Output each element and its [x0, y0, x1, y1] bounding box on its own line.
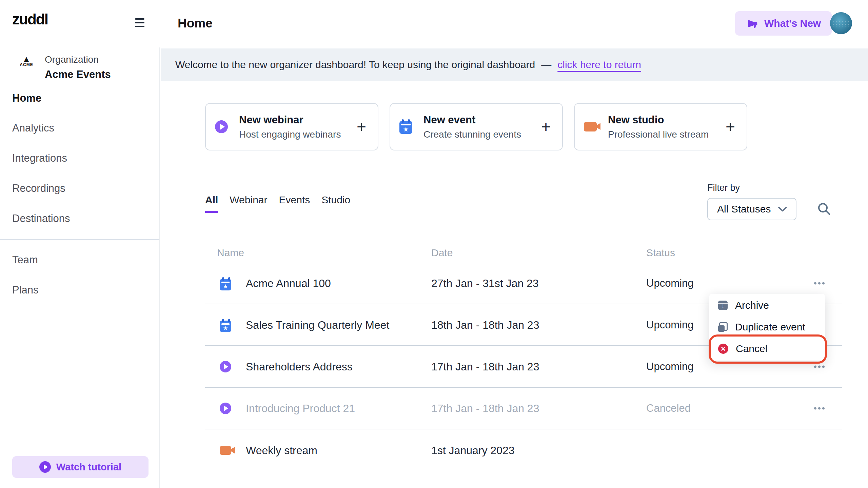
cancel-circle-icon: ✕	[718, 344, 728, 354]
organization-name: Acme Events	[45, 68, 111, 81]
row-actions-ellipsis-icon[interactable]	[814, 365, 825, 368]
status-filter-value: All Statuses	[717, 203, 771, 215]
row-actions-ellipsis-icon[interactable]	[814, 282, 825, 284]
user-avatar[interactable]	[830, 12, 852, 34]
column-header-name: Name	[217, 247, 244, 259]
zuddl-logo: zuddl	[12, 11, 48, 28]
watch-tutorial-button[interactable]: Watch tutorial	[12, 456, 149, 478]
status-filter-dropdown[interactable]: All Statuses	[707, 198, 796, 220]
video-camera-icon	[584, 122, 597, 131]
row-actions-context-menu: Archive Duplicate event ✕ Cancel	[709, 294, 825, 361]
event-type-tabs: All Webinar Events Studio	[205, 194, 350, 213]
welcome-banner: Welcome to the new organizer dashboard! …	[161, 48, 868, 81]
table-row[interactable]: Introducing Product 21 17th Jan - 18th J…	[205, 388, 842, 429]
sidebar-divider	[0, 239, 159, 240]
hamburger-menu-icon[interactable]	[135, 18, 145, 28]
event-name: Introducing Product 21	[246, 402, 355, 414]
card-subtitle: Host engaging webinars	[239, 129, 341, 140]
card-title: New webinar	[239, 114, 341, 126]
sidebar-item-home[interactable]: Home	[12, 92, 41, 105]
event-name: Sales Training Quarterly Meet	[246, 319, 389, 331]
menu-item-archive[interactable]: Archive	[709, 294, 825, 316]
tab-webinar[interactable]: Webinar	[230, 194, 267, 213]
plus-icon[interactable]: +	[541, 120, 551, 134]
event-status: Upcoming	[646, 361, 694, 373]
calendar-icon: ★	[399, 121, 412, 134]
play-circle-icon	[39, 461, 51, 473]
table-header: Name Date Status	[205, 242, 842, 263]
filter-by-label: Filter by	[707, 183, 796, 193]
row-actions-ellipsis-icon[interactable]	[814, 407, 825, 409]
event-date: 18th Jan - 18th Jan 23	[431, 319, 539, 331]
sidebar-item-destinations[interactable]: Destinations	[12, 212, 70, 225]
play-circle-icon	[220, 361, 231, 372]
menu-item-duplicate-event[interactable]: Duplicate event	[709, 316, 825, 338]
sidebar-item-integrations[interactable]: Integrations	[12, 151, 67, 165]
tab-all[interactable]: All	[205, 194, 218, 213]
calendar-icon: ★	[220, 321, 231, 332]
search-button[interactable]	[814, 199, 834, 219]
event-date: 17th Jan - 18th Jan 23	[431, 402, 539, 414]
event-status: Canceled	[646, 402, 691, 414]
sidebar-item-team[interactable]: Team	[12, 253, 38, 267]
top-bar: zuddl Home What's New	[0, 0, 868, 47]
megaphone-icon	[746, 17, 759, 30]
plus-icon[interactable]: +	[357, 120, 366, 134]
event-date: 27th Jan - 31st Jan 23	[431, 277, 539, 289]
play-circle-icon	[215, 120, 228, 133]
new-webinar-card[interactable]: New webinar Host engaging webinars +	[205, 103, 378, 150]
column-header-date: Date	[431, 247, 453, 259]
table-row[interactable]: Weekly stream 1st January 2023	[205, 429, 842, 471]
filter-block: Filter by All Statuses	[707, 183, 796, 220]
event-name: Acme Annual 100	[246, 277, 331, 289]
new-event-card[interactable]: ★ New event Create stunning events +	[390, 103, 563, 150]
menu-item-cancel[interactable]: ✕ Cancel	[709, 338, 825, 360]
video-camera-icon	[220, 446, 231, 455]
duplicate-icon	[718, 322, 728, 332]
tab-studio[interactable]: Studio	[321, 194, 350, 213]
calendar-icon: ★	[220, 279, 231, 290]
whats-new-button[interactable]: What's New	[735, 11, 832, 36]
whats-new-label: What's New	[764, 18, 821, 29]
page-title: Home	[178, 16, 213, 30]
event-status: Upcoming	[646, 319, 694, 331]
return-to-original-dashboard-link[interactable]: click here to return	[557, 59, 641, 70]
banner-dash: —	[541, 59, 551, 70]
card-subtitle: Professional live stream	[608, 129, 709, 140]
banner-message: Welcome to the new organizer dashboard! …	[175, 59, 535, 70]
sidebar-item-plans[interactable]: Plans	[12, 283, 39, 297]
organization-switcher[interactable]: ▲ ACME ~·−·~ Organization Acme Events	[20, 54, 149, 81]
plus-icon[interactable]: +	[726, 120, 735, 134]
search-icon	[816, 201, 831, 216]
event-name: Weekly stream	[246, 444, 317, 456]
watch-tutorial-label: Watch tutorial	[56, 462, 121, 473]
new-studio-card[interactable]: New studio Professional live stream +	[574, 103, 747, 150]
quick-create-cards: New webinar Host engaging webinars + ★ N…	[205, 103, 747, 150]
card-title: New event	[423, 114, 521, 126]
event-date: 17th Jan - 18th Jan 23	[431, 360, 539, 373]
card-title: New studio	[608, 114, 709, 126]
acme-org-logo: ▲ ACME ~·−·~	[20, 55, 33, 77]
column-header-status: Status	[646, 247, 675, 259]
organization-label: Organization	[45, 54, 99, 65]
event-status: Upcoming	[646, 277, 694, 289]
card-subtitle: Create stunning events	[423, 129, 521, 140]
archive-icon	[718, 301, 728, 310]
play-circle-icon	[220, 403, 231, 414]
event-date: 1st January 2023	[431, 444, 515, 456]
sidebar-item-recordings[interactable]: Recordings	[12, 182, 65, 195]
chevron-down-icon	[777, 206, 788, 212]
sidebar: ▲ ACME ~·−·~ Organization Acme Events Ho…	[0, 47, 160, 488]
tab-events[interactable]: Events	[279, 194, 310, 213]
event-name: Shareholders Address	[246, 360, 353, 373]
sidebar-item-analytics[interactable]: Analytics	[12, 121, 54, 135]
